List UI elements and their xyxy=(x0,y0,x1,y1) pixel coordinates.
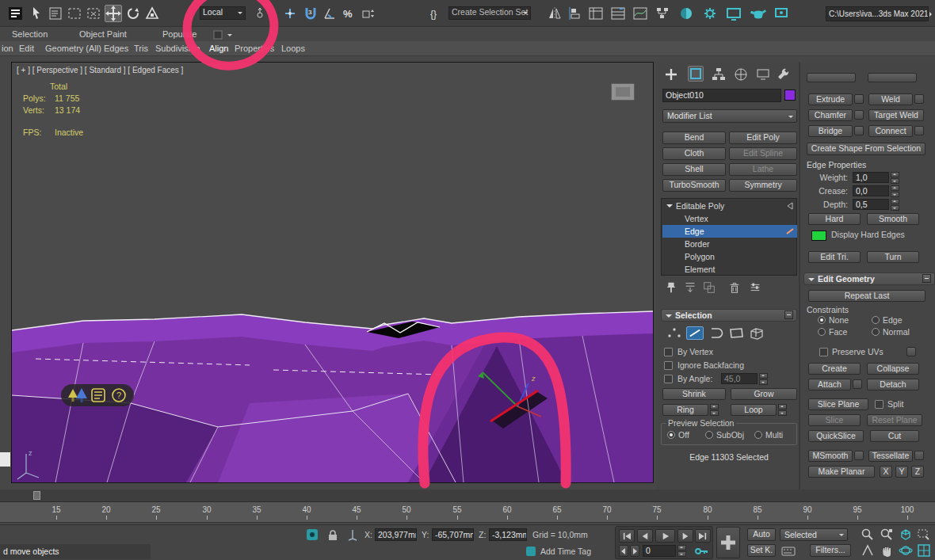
ribbon-panel-subdivision[interactable]: Subdivision xyxy=(155,41,200,55)
display-tab-icon[interactable] xyxy=(756,67,770,82)
object-color-swatch[interactable] xyxy=(784,90,796,101)
key-filter-dropdown[interactable]: Selected xyxy=(780,528,848,541)
ribbon-panel-geometry-all[interactable]: Geometry (All) xyxy=(45,41,101,55)
reference-coordinate-dropdown[interactable]: Local xyxy=(200,6,246,20)
remove-modifier-icon[interactable] xyxy=(727,280,742,295)
connect-settings-button[interactable] xyxy=(914,126,924,135)
ribbon-panel-edges[interactable]: Edges xyxy=(104,41,128,55)
modifier-button-shell[interactable]: Shell xyxy=(662,163,726,176)
ring-spinner[interactable] xyxy=(710,404,719,416)
pin-stack-flag-icon[interactable] xyxy=(786,202,794,210)
create-shape-button[interactable]: Create Shape From Selection xyxy=(807,143,925,155)
ribbon-panel-align[interactable]: Align xyxy=(209,41,228,55)
align-icon[interactable] xyxy=(567,6,583,21)
selection-lock-icon[interactable] xyxy=(326,528,339,541)
stack-item-vertex[interactable]: Vertex xyxy=(662,212,797,225)
frame-back-button[interactable] xyxy=(619,545,628,557)
select-and-rotate-icon[interactable] xyxy=(125,6,141,21)
preserve-uvs-settings-button[interactable] xyxy=(906,347,916,356)
constraint-normal-radio[interactable] xyxy=(872,328,880,336)
viewport-canvas[interactable]: z z xyxy=(12,63,653,482)
frame-forward-button[interactable] xyxy=(630,545,639,557)
ribbon-tab-object-paint[interactable]: Object Paint xyxy=(79,27,127,41)
preserve-uvs-checkbox[interactable] xyxy=(819,348,828,356)
time-slider-handle[interactable] xyxy=(33,491,40,500)
ribbon-panel-modify-selection[interactable]: ion xyxy=(2,41,13,55)
current-frame-field[interactable]: 0 xyxy=(643,545,676,557)
ignore-backfacing-checkbox[interactable] xyxy=(664,361,673,370)
y-coord-field[interactable]: -65,707mm xyxy=(432,528,474,541)
field-of-view-icon[interactable] xyxy=(861,543,875,558)
configure-modifier-sets-icon[interactable] xyxy=(748,280,762,295)
tessellate-settings-button[interactable] xyxy=(914,451,924,460)
edit-geometry-rollout-header[interactable]: Edit Geometry xyxy=(803,272,935,285)
isolate-selection-icon[interactable] xyxy=(306,528,319,541)
weight-field[interactable]: 1,0 xyxy=(853,172,889,183)
show-end-result-icon[interactable] xyxy=(683,280,697,295)
modifier-button-turbosmooth[interactable]: TurboSmooth xyxy=(662,179,726,192)
bridge-button[interactable]: Bridge xyxy=(808,125,853,137)
viewport[interactable]: z z [ + ] [ Perspective ] [ Standard ] [… xyxy=(11,62,654,483)
keyboard-shortcut-override-icon[interactable] xyxy=(781,546,796,557)
rectangular-selection-region-icon[interactable] xyxy=(67,6,82,21)
pan-icon[interactable] xyxy=(880,543,894,558)
stack-item-element[interactable]: Element xyxy=(662,263,797,276)
toolbar-overflow-icon[interactable] xyxy=(929,12,934,17)
ribbon-panel-edit[interactable]: Edit xyxy=(19,41,34,55)
edit-named-selection-sets-icon[interactable]: {} xyxy=(428,6,444,21)
ribbon-tab-populate[interactable]: Populate xyxy=(162,27,197,41)
chamfer-settings-button[interactable] xyxy=(854,110,864,120)
curve-editor-icon[interactable] xyxy=(632,6,648,21)
timeline-ruler[interactable]: 15 20 25 30 35 40 45 50 55 60 65 70 75 8… xyxy=(0,502,935,523)
chevron-down-icon[interactable] xyxy=(227,34,232,39)
cut-button[interactable]: Cut xyxy=(870,430,919,442)
collapse-button[interactable]: Collapse xyxy=(867,363,919,375)
auto-key-button[interactable]: Auto xyxy=(747,528,776,541)
utilities-tab-icon[interactable] xyxy=(777,67,791,82)
ribbon-panel-loops[interactable]: Loops xyxy=(281,41,305,55)
depth-spinner[interactable] xyxy=(891,199,899,211)
loop-button[interactable]: Loop xyxy=(731,404,777,416)
quickslice-button[interactable]: QuickSlice xyxy=(808,430,864,442)
schematic-view-icon[interactable] xyxy=(654,6,670,21)
object-name-field[interactable]: Object010 xyxy=(662,89,781,102)
weld-button[interactable]: Weld xyxy=(868,93,913,105)
app-menu-icon[interactable] xyxy=(8,6,24,21)
modifier-button-bend[interactable]: Bend xyxy=(662,131,726,144)
scene-list-icon[interactable] xyxy=(91,388,105,402)
border-subobject-icon[interactable] xyxy=(707,326,724,340)
viewport-label-menu[interactable]: [ + ] [ Perspective ] [ Standard ] [ Edg… xyxy=(17,66,183,74)
preview-off-radio[interactable] xyxy=(667,431,675,439)
preview-subobj-radio[interactable] xyxy=(705,431,713,439)
set-keys-button[interactable] xyxy=(716,527,740,558)
maximize-viewport-icon[interactable] xyxy=(917,543,931,558)
crease-field[interactable]: 0,0 xyxy=(853,185,889,196)
select-object-icon[interactable] xyxy=(29,6,44,21)
ribbon-minimize-icon[interactable] xyxy=(212,29,223,40)
split-checkbox[interactable] xyxy=(875,400,883,409)
target-weld-button[interactable]: Target Weld xyxy=(868,109,924,121)
pin-stack-icon[interactable] xyxy=(664,280,678,295)
window-crossing-icon[interactable] xyxy=(86,6,101,21)
hard-button[interactable]: Hard xyxy=(808,213,861,225)
motion-tab-icon[interactable] xyxy=(734,67,748,82)
expand-triangle-icon[interactable] xyxy=(666,204,673,208)
stack-item-edge[interactable]: Edge xyxy=(662,225,797,238)
msmooth-button[interactable]: MSmooth xyxy=(808,450,853,462)
viewcube-placeholder[interactable] xyxy=(611,83,635,101)
spinner-snap-icon[interactable] xyxy=(360,6,376,21)
previous-frame-button[interactable] xyxy=(637,529,653,543)
x-coord-field[interactable]: 203,977mm xyxy=(375,528,417,541)
bridge-settings-button[interactable] xyxy=(854,126,864,135)
planar-y-button[interactable]: Y xyxy=(895,466,908,478)
planar-x-button[interactable]: X xyxy=(880,466,892,478)
layer-explorer-icon[interactable] xyxy=(588,6,604,21)
modify-tab-icon[interactable] xyxy=(688,66,704,82)
vertex-subobject-icon[interactable] xyxy=(666,326,683,340)
mirror-icon[interactable] xyxy=(547,6,563,21)
ribbon-panel-tris[interactable]: Tris xyxy=(134,41,148,55)
tessellate-button[interactable]: Tessellate xyxy=(868,450,913,462)
next-frame-button[interactable] xyxy=(677,529,693,543)
by-vertex-checkbox[interactable] xyxy=(664,348,673,356)
modifier-list-dropdown[interactable]: Modifier List xyxy=(662,109,797,123)
